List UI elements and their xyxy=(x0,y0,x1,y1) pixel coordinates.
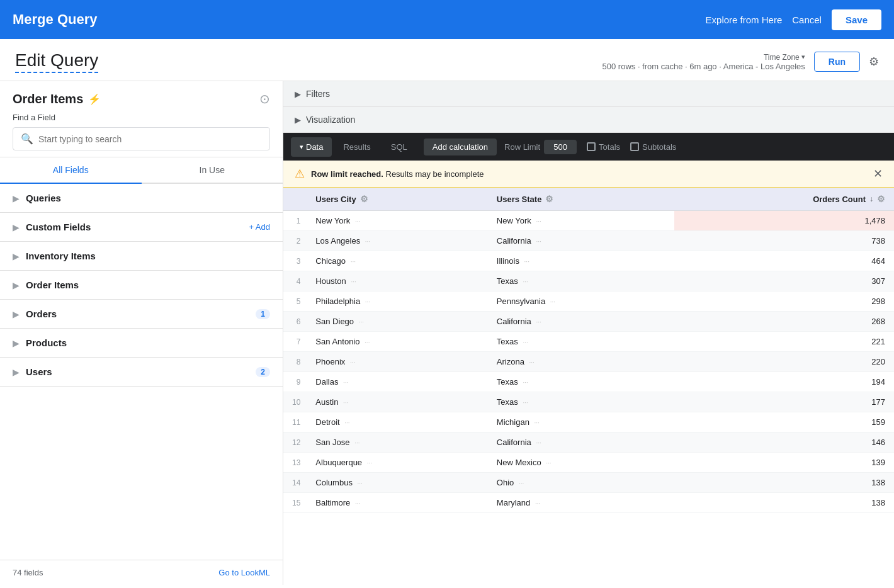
cell-menu-dots[interactable]: ··· xyxy=(351,278,356,285)
chevron-down-icon: ▾ xyxy=(300,143,303,151)
chevron-right-icon: ▶ xyxy=(13,251,20,261)
cell-count: 220 xyxy=(674,352,894,372)
cell-menu-dots[interactable]: ··· xyxy=(359,319,364,325)
save-button[interactable]: Save xyxy=(832,9,881,30)
cell-menu-dots[interactable]: ··· xyxy=(365,339,370,346)
settings-button[interactable]: ⚙ xyxy=(869,55,879,69)
cell-menu-dots[interactable]: ··· xyxy=(355,500,360,507)
search-input[interactable] xyxy=(38,134,262,144)
table-row: 2Los Angeles ···California ···738 xyxy=(283,231,894,251)
col-settings-icon[interactable]: ⚙ xyxy=(545,194,553,204)
field-group: ▶ Inventory Items xyxy=(0,242,283,271)
field-group-queries[interactable]: ▶ Queries xyxy=(0,184,283,212)
cell-menu-dots[interactable]: ··· xyxy=(355,218,360,225)
fields-count: 74 fields xyxy=(13,568,43,577)
filters-label: Filters xyxy=(306,89,330,99)
collapse-sidebar-button[interactable]: ⊙ xyxy=(259,91,270,106)
totals-label: Totals xyxy=(599,142,620,152)
warning-icon: ⚠ xyxy=(295,167,305,181)
go-to-lookml-link[interactable]: Go to LookML xyxy=(218,568,270,577)
cell-count: 298 xyxy=(674,291,894,312)
cell-menu-dots[interactable]: ··· xyxy=(534,419,539,426)
cell-menu-dots[interactable]: ··· xyxy=(523,278,528,285)
cell-state: California ··· xyxy=(488,312,674,332)
row-number: 11 xyxy=(283,412,307,433)
field-group-products[interactable]: ▶ Products xyxy=(0,329,283,357)
cell-menu-dots[interactable]: ··· xyxy=(535,500,540,507)
col-settings-icon[interactable]: ⚙ xyxy=(360,194,368,204)
table-container: Users City ⚙ Users State ⚙ xyxy=(283,188,894,585)
tab-all-fields[interactable]: All Fields xyxy=(0,157,142,184)
explore-from-here-button[interactable]: Explore from Here xyxy=(706,14,783,25)
cell-menu-dots[interactable]: ··· xyxy=(546,460,551,466)
row-limit-group: Row Limit xyxy=(504,140,577,154)
tab-data[interactable]: ▾ Data xyxy=(291,137,332,157)
cell-count: 146 xyxy=(674,433,894,453)
cell-menu-dots[interactable]: ··· xyxy=(365,238,370,245)
tab-sql[interactable]: SQL xyxy=(382,137,416,157)
cell-city: Phoenix ··· xyxy=(307,352,487,372)
add-calculation-button[interactable]: Add calculation xyxy=(424,139,497,155)
field-group: ▶ Queries xyxy=(0,184,283,213)
add-custom-field-button[interactable]: + Add xyxy=(249,222,270,232)
col-settings-icon[interactable]: ⚙ xyxy=(877,194,885,204)
field-group-orders[interactable]: ▶ Orders 1 xyxy=(0,300,283,328)
field-group: ▶ Orders 1 xyxy=(0,300,283,329)
cell-menu-dots[interactable]: ··· xyxy=(550,298,555,305)
cell-menu-dots[interactable]: ··· xyxy=(536,218,541,225)
search-icon: 🔍 xyxy=(21,133,33,145)
row-number: 15 xyxy=(283,493,307,513)
warning-close-button[interactable]: ✕ xyxy=(873,167,883,181)
cell-menu-dots[interactable]: ··· xyxy=(523,399,528,406)
cell-city: San Diego ··· xyxy=(307,312,487,332)
cell-menu-dots[interactable]: ··· xyxy=(343,399,348,406)
col-users-state: Users State ⚙ xyxy=(488,188,674,211)
cell-menu-dots[interactable]: ··· xyxy=(529,359,535,366)
bolt-icon: ⚡ xyxy=(88,93,101,105)
table-row: 15Baltimore ···Maryland ···138 xyxy=(283,493,894,513)
cell-menu-dots[interactable]: ··· xyxy=(358,480,363,487)
tab-results[interactable]: Results xyxy=(334,137,379,157)
totals-checkbox[interactable] xyxy=(587,142,596,151)
cell-menu-dots[interactable]: ··· xyxy=(523,339,528,346)
cell-count: 307 xyxy=(674,271,894,291)
cell-menu-dots[interactable]: ··· xyxy=(524,258,529,265)
visualization-section[interactable]: ▶ Visualization xyxy=(283,107,894,133)
subtotals-label: Subtotals xyxy=(642,142,676,152)
cell-menu-dots[interactable]: ··· xyxy=(351,258,356,265)
cell-menu-dots[interactable]: ··· xyxy=(536,319,541,325)
cell-menu-dots[interactable]: ··· xyxy=(365,298,370,305)
cell-menu-dots[interactable]: ··· xyxy=(367,460,372,466)
tab-in-use[interactable]: In Use xyxy=(142,157,283,184)
cell-menu-dots[interactable]: ··· xyxy=(350,359,355,366)
cell-count: 138 xyxy=(674,493,894,513)
cell-menu-dots[interactable]: ··· xyxy=(344,419,349,426)
field-group-custom-fields[interactable]: ▶ Custom Fields + Add xyxy=(0,213,283,241)
field-group-users[interactable]: ▶ Users 2 xyxy=(0,358,283,386)
sidebar-header: Order Items ⚡ ⊙ Find a Field 🔍 xyxy=(0,81,283,157)
header: Merge Query Explore from Here Cancel Sav… xyxy=(0,0,894,39)
header-actions: Explore from Here Cancel Save xyxy=(706,9,881,30)
subtotals-checkbox[interactable] xyxy=(630,142,639,151)
row-number: 13 xyxy=(283,453,307,473)
field-group-inventory-items[interactable]: ▶ Inventory Items xyxy=(0,242,283,270)
cell-state: New Mexico ··· xyxy=(488,453,674,473)
chevron-right-icon: ▶ xyxy=(13,222,20,232)
cell-menu-dots[interactable]: ··· xyxy=(523,379,528,386)
row-number: 14 xyxy=(283,473,307,493)
cell-menu-dots[interactable]: ··· xyxy=(536,439,541,446)
sidebar: Order Items ⚡ ⊙ Find a Field 🔍 All Field… xyxy=(0,81,283,585)
cell-menu-dots[interactable]: ··· xyxy=(354,439,359,446)
timezone-label[interactable]: Time Zone ▾ xyxy=(764,53,805,62)
chevron-right-icon: ▶ xyxy=(13,367,20,377)
cancel-button[interactable]: Cancel xyxy=(792,14,822,25)
row-limit-input[interactable] xyxy=(544,140,577,154)
field-group-order-items[interactable]: ▶ Order Items xyxy=(0,271,283,299)
cell-menu-dots[interactable]: ··· xyxy=(343,379,348,386)
filters-section[interactable]: ▶ Filters xyxy=(283,81,894,107)
run-button[interactable]: Run xyxy=(814,52,860,72)
cell-menu-dots[interactable]: ··· xyxy=(519,480,524,487)
cell-menu-dots[interactable]: ··· xyxy=(536,238,541,245)
table-row: 6San Diego ···California ···268 xyxy=(283,312,894,332)
table-row: 9Dallas ···Texas ···194 xyxy=(283,372,894,392)
